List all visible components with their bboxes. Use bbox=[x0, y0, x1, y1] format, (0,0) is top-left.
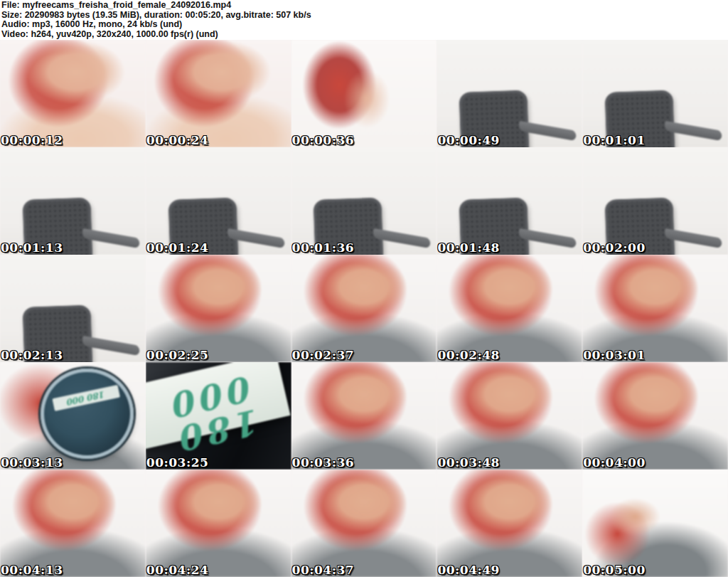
thumbnail-image bbox=[437, 255, 582, 362]
timestamp-label: 00:02:00 bbox=[583, 242, 646, 254]
timestamp-label: 00:00:36 bbox=[292, 134, 355, 147]
thumbnail-image bbox=[437, 40, 582, 147]
timestamp-label: 00:01:01 bbox=[583, 134, 646, 147]
video-thumbnail: 00:01:36 bbox=[291, 147, 437, 255]
timestamp-label: 00:04:00 bbox=[583, 457, 646, 469]
thumbnail-image: 180 000 bbox=[0, 362, 146, 470]
banknote-text: 180 000 bbox=[146, 366, 286, 461]
timestamp-label: 00:03:25 bbox=[146, 457, 209, 469]
video-thumbnail: 00:00:24 bbox=[146, 40, 291, 147]
thumbnail-image bbox=[437, 470, 582, 577]
video-thumbnail: 00:04:00 bbox=[582, 362, 728, 470]
thumbnail-image bbox=[437, 362, 582, 470]
timestamp-label: 00:04:24 bbox=[146, 564, 209, 576]
thumbnail-image bbox=[291, 362, 437, 470]
thumbnail-image bbox=[582, 40, 728, 147]
video-line: Video: h264, yuv420p, 320x240, 1000.00 f… bbox=[1, 30, 728, 40]
thumbnail-image bbox=[0, 147, 146, 255]
thumbnail-image bbox=[291, 255, 437, 362]
video-thumbnail: 00:04:37 bbox=[291, 470, 437, 577]
timestamp-label: 00:03:36 bbox=[292, 457, 355, 469]
video-thumbnail: 00:02:25 bbox=[146, 255, 291, 362]
thumbnail-image bbox=[291, 40, 437, 147]
timestamp-label: 00:02:48 bbox=[437, 349, 500, 361]
video-thumbnail: 00:03:01 bbox=[582, 255, 728, 362]
timestamp-label: 00:02:25 bbox=[146, 349, 209, 361]
size-line: Size: 20290983 bytes (19.35 MiB), durati… bbox=[1, 11, 728, 21]
thumbnail-image bbox=[582, 255, 728, 362]
thumbnail-grid: 00:00:12 00:00:24 00:00:36 00:00:49 00:0… bbox=[0, 40, 728, 577]
timestamp-label: 00:01:48 bbox=[437, 242, 500, 254]
thumbnail-image bbox=[146, 470, 291, 577]
thumbnail-image bbox=[582, 147, 728, 255]
timestamp-label: 00:04:37 bbox=[292, 564, 355, 576]
video-thumbnail: 00:01:48 bbox=[437, 147, 582, 255]
video-thumbnail: 180 000 00:03:13 bbox=[0, 362, 146, 470]
thumbnail-image bbox=[146, 40, 291, 147]
file-line: File: myfreecams_freisha_froid_female_24… bbox=[1, 1, 728, 11]
thumbnail-image bbox=[0, 255, 146, 362]
video-thumbnail: 00:02:00 bbox=[582, 147, 728, 255]
timestamp-label: 00:03:48 bbox=[437, 457, 500, 469]
timestamp-label: 00:02:37 bbox=[292, 349, 355, 361]
video-thumbnail: 00:04:13 bbox=[0, 470, 146, 577]
timestamp-label: 00:04:49 bbox=[437, 564, 500, 576]
thumbnail-image bbox=[291, 470, 437, 577]
timestamp-label: 00:01:36 bbox=[292, 242, 355, 254]
video-thumbnail: 00:00:36 bbox=[291, 40, 437, 147]
video-thumbnail: 00:00:12 bbox=[0, 40, 146, 147]
timestamp-label: 00:02:13 bbox=[1, 349, 63, 361]
video-thumbnail: 00:03:48 bbox=[437, 362, 582, 470]
thumbnail-image bbox=[0, 470, 146, 577]
thumbnail-image bbox=[582, 470, 728, 577]
timestamp-label: 00:01:24 bbox=[146, 242, 209, 254]
video-thumbnail: 00:02:13 bbox=[0, 255, 146, 362]
video-thumbnail: 00:02:37 bbox=[291, 255, 437, 362]
video-thumbnail: 00:01:13 bbox=[0, 147, 146, 255]
video-thumbnail: 00:04:24 bbox=[146, 470, 291, 577]
video-thumbnail: 00:00:49 bbox=[437, 40, 582, 147]
timestamp-label: 00:00:24 bbox=[146, 134, 209, 147]
thumbnail-image bbox=[291, 147, 437, 255]
thumbnail-image bbox=[582, 362, 728, 470]
video-thumbnail: 00:01:24 bbox=[146, 147, 291, 255]
video-thumbnail: 00:03:36 bbox=[291, 362, 437, 470]
timestamp-label: 00:04:13 bbox=[1, 564, 63, 576]
timestamp-label: 00:03:13 bbox=[1, 457, 63, 469]
thumbnail-image bbox=[146, 255, 291, 362]
audio-line: Audio: mp3, 16000 Hz, mono, 24 kb/s (und… bbox=[1, 20, 728, 30]
thumbnail-image: 180 000 bbox=[146, 362, 291, 470]
video-thumbnail: 00:01:01 bbox=[582, 40, 728, 147]
lens-note-text: 180 000 bbox=[52, 384, 120, 411]
thumbnail-image bbox=[0, 40, 146, 147]
video-thumbnail: 00:05:00 bbox=[582, 470, 728, 577]
video-thumbnail: 00:04:49 bbox=[437, 470, 582, 577]
video-thumbnail: 180 000 00:03:25 bbox=[146, 362, 291, 470]
media-info-header: File: myfreecams_freisha_froid_female_24… bbox=[0, 0, 728, 40]
timestamp-label: 00:03:01 bbox=[583, 349, 646, 361]
timestamp-label: 00:01:13 bbox=[1, 242, 63, 254]
thumbnail-image bbox=[437, 147, 582, 255]
thumbnail-image bbox=[146, 147, 291, 255]
video-thumbnail: 00:02:48 bbox=[437, 255, 582, 362]
timestamp-label: 00:00:12 bbox=[1, 134, 63, 147]
timestamp-label: 00:00:49 bbox=[437, 134, 500, 147]
timestamp-label: 00:05:00 bbox=[583, 564, 646, 576]
